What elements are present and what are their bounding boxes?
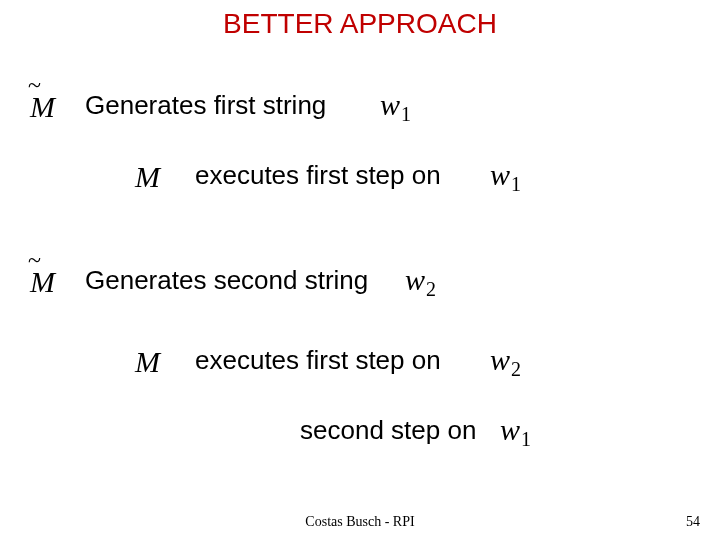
line-generates-first: Generates first string bbox=[85, 90, 326, 121]
symbol-m-1: M bbox=[135, 160, 160, 194]
symbol-w1-b: w1 bbox=[490, 158, 521, 192]
line-exec-first-1: executes first step on bbox=[195, 160, 441, 191]
symbol-m-tilde-1: ~ M bbox=[30, 90, 55, 124]
symbol-w1-c: w1 bbox=[500, 413, 531, 447]
slide-title: BETTER APPROACH bbox=[0, 8, 720, 40]
line-exec-first-2: executes first step on bbox=[195, 345, 441, 376]
symbol-w2-a: w2 bbox=[405, 263, 436, 297]
symbol-m-tilde-2: ~ M bbox=[30, 265, 55, 299]
symbol-w2-b: w2 bbox=[490, 343, 521, 377]
line-second-step: second step on bbox=[300, 415, 476, 446]
symbol-w1-a: w1 bbox=[380, 88, 411, 122]
symbol-m-2: M bbox=[135, 345, 160, 379]
footer-author: Costas Busch - RPI bbox=[0, 514, 720, 530]
slide: BETTER APPROACH ~ M Generates first stri… bbox=[0, 0, 720, 540]
footer-page-number: 54 bbox=[686, 514, 700, 530]
line-generates-second: Generates second string bbox=[85, 265, 368, 296]
